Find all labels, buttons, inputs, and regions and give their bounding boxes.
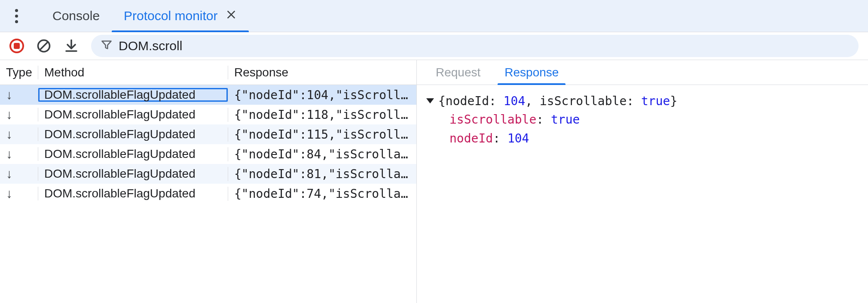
type-cell: ↓ xyxy=(0,147,38,161)
type-cell: ↓ xyxy=(0,88,38,102)
tab-console[interactable]: Console xyxy=(40,0,112,32)
more-menu-icon[interactable] xyxy=(8,9,25,23)
th-method[interactable]: Method xyxy=(38,66,228,79)
type-cell: ↓ xyxy=(0,167,38,181)
detail-pane: Request Response {nodeId: 104, isScrolla… xyxy=(417,60,868,303)
expand-caret-icon[interactable] xyxy=(426,98,434,103)
tab-label: Console xyxy=(52,9,100,23)
incoming-event-icon: ↓ xyxy=(6,167,12,181)
tab-label: Response xyxy=(504,66,559,79)
table-row[interactable]: ↓DOM.scrollableFlagUpdated{"nodeId":74,"… xyxy=(0,184,416,203)
tab-request[interactable]: Request xyxy=(425,60,491,85)
type-cell: ↓ xyxy=(0,107,38,122)
type-cell: ↓ xyxy=(0,186,38,201)
response-cell: {"nodeId":115,"isScroll… xyxy=(228,127,416,142)
table-row[interactable]: ↓DOM.scrollableFlagUpdated{"nodeId":81,"… xyxy=(0,164,416,184)
incoming-event-icon: ↓ xyxy=(6,107,12,121)
response-body: {nodeId: 104, isScrollable: true} isScro… xyxy=(417,85,868,155)
th-response[interactable]: Response xyxy=(228,66,416,79)
response-cell: {"nodeId":74,"isScrolla… xyxy=(228,187,416,201)
response-cell: {"nodeId":81,"isScrolla… xyxy=(228,167,416,181)
record-button[interactable] xyxy=(9,39,24,53)
filter-icon xyxy=(101,39,113,54)
method-cell: DOM.scrollableFlagUpdated xyxy=(38,167,228,181)
events-table: Type Method Response ↓DOM.scrollableFlag… xyxy=(0,60,417,303)
table-row[interactable]: ↓DOM.scrollableFlagUpdated{"nodeId":84,"… xyxy=(0,144,416,164)
type-cell: ↓ xyxy=(0,127,38,142)
tab-protocol-monitor[interactable]: Protocol monitor xyxy=(112,0,248,32)
method-cell: DOM.scrollableFlagUpdated xyxy=(38,187,228,200)
table-header: Type Method Response xyxy=(0,60,416,85)
response-cell: {"nodeId":104,"isScroll… xyxy=(228,88,416,102)
response-cell: {"nodeId":84,"isScrolla… xyxy=(228,147,416,161)
table-row[interactable]: ↓DOM.scrollableFlagUpdated{"nodeId":115,… xyxy=(0,124,416,144)
download-icon[interactable] xyxy=(64,38,79,54)
tab-label: Request xyxy=(436,66,480,79)
method-cell: DOM.scrollableFlagUpdated xyxy=(38,147,228,161)
object-prop[interactable]: nodeId: 104 xyxy=(426,129,859,148)
clear-icon[interactable] xyxy=(36,38,52,54)
response-cell: {"nodeId":118,"isScroll… xyxy=(228,108,416,122)
protocol-toolbar xyxy=(0,32,868,60)
close-icon[interactable] xyxy=(226,9,237,23)
method-cell: DOM.scrollableFlagUpdated xyxy=(38,88,228,102)
main-area: Type Method Response ↓DOM.scrollableFlag… xyxy=(0,60,868,303)
incoming-event-icon: ↓ xyxy=(6,147,12,161)
table-row[interactable]: ↓DOM.scrollableFlagUpdated{"nodeId":118,… xyxy=(0,105,416,124)
incoming-event-icon: ↓ xyxy=(6,88,12,102)
filter-box[interactable] xyxy=(91,35,859,57)
devtools-tabbar: Console Protocol monitor xyxy=(0,0,868,32)
object-prop[interactable]: isScrollable: true xyxy=(426,110,859,129)
object-summary[interactable]: {nodeId: 104, isScrollable: true} xyxy=(426,92,859,110)
method-cell: DOM.scrollableFlagUpdated xyxy=(38,108,228,121)
incoming-event-icon: ↓ xyxy=(6,186,12,200)
method-cell: DOM.scrollableFlagUpdated xyxy=(38,127,228,141)
table-row[interactable]: ↓DOM.scrollableFlagUpdated{"nodeId":104,… xyxy=(0,85,416,105)
table-body: ↓DOM.scrollableFlagUpdated{"nodeId":104,… xyxy=(0,85,416,303)
tab-response[interactable]: Response xyxy=(494,60,569,85)
detail-tabs: Request Response xyxy=(417,60,868,85)
incoming-event-icon: ↓ xyxy=(6,127,12,141)
filter-input[interactable] xyxy=(119,39,849,53)
panel-tabs: Console Protocol monitor xyxy=(40,0,249,32)
th-type[interactable]: Type xyxy=(0,66,38,79)
tab-label: Protocol monitor xyxy=(124,9,217,23)
